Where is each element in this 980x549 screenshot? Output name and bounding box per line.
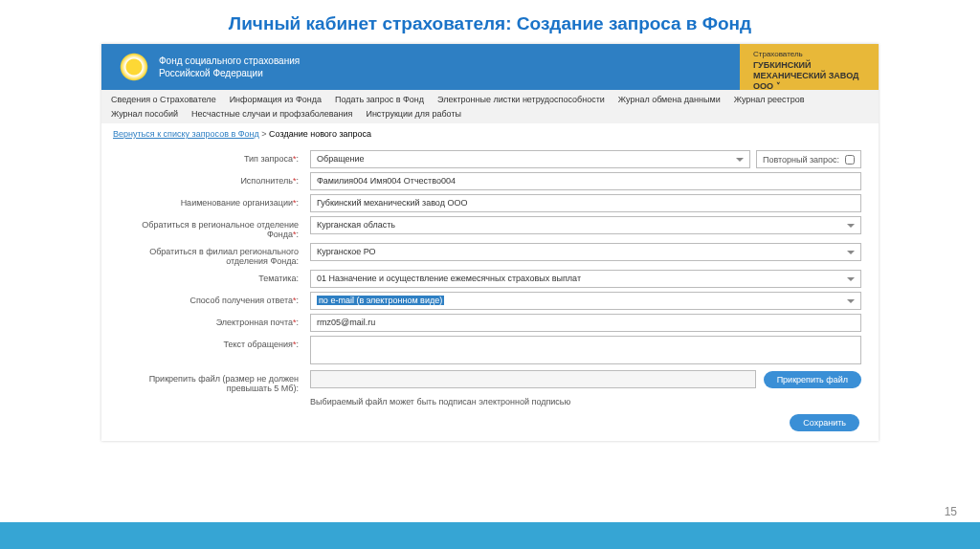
label-repeat: Повторный запрос: [763, 155, 839, 165]
nav-insurer-info[interactable]: Сведения о Страхователе [111, 95, 216, 104]
attach-file-button[interactable]: Прикрепить файл [764, 371, 861, 388]
form-area: Тип запроса*: Обращение Повторный запрос… [101, 144, 879, 441]
input-file-path [310, 370, 756, 388]
label-email: Электронная почта*: [119, 314, 310, 327]
org-line2: Российской Федерации [159, 67, 300, 79]
label-branch: Обратиться в филиал регионального отделе… [119, 243, 310, 266]
checkbox-repeat[interactable] [845, 155, 855, 165]
label-reply: Способ получения ответа*: [119, 292, 310, 305]
nav-submit-request[interactable]: Подать запрос в Фонд [335, 95, 424, 104]
label-region: Обратиться в региональное отделение Фонд… [119, 216, 310, 239]
select-reply-method[interactable]: по e-mail (в электронном виде) [310, 292, 861, 310]
repeat-checkbox-container: Повторный запрос: [756, 150, 861, 168]
header-logo-area: Фонд социального страхования Российской … [101, 44, 740, 90]
fss-logo-icon [119, 52, 149, 82]
slide-title: Личный кабинет страхователя: Создание за… [0, 0, 980, 44]
breadcrumb-sep: > [261, 129, 266, 139]
header-org-title: Фонд социального страхования Российской … [159, 55, 300, 79]
breadcrumb-back-link[interactable]: Вернуться к списку запросов в Фонд [113, 129, 259, 139]
nav-registry-journal[interactable]: Журнал реестров [734, 95, 805, 104]
nav-row-2: Журнал пособий Несчастные случаи и профз… [101, 109, 879, 123]
input-executor[interactable]: Фамилия004 Имя004 Отчество004 [310, 172, 861, 190]
user-role: Страхователь [753, 50, 865, 58]
header-bar: Фонд социального страхования Российской … [101, 44, 879, 90]
app-window: Фонд социального страхования Российской … [101, 44, 879, 441]
nav-exchange-journal[interactable]: Журнал обмена данными [618, 95, 721, 104]
breadcrumb-current: Создание нового запроса [269, 129, 371, 139]
label-executor: Исполнитель*: [119, 172, 310, 186]
textarea-message[interactable] [310, 336, 861, 364]
nav-instructions[interactable]: Инструкции для работы [366, 109, 461, 119]
label-attach: Прикрепить файл (размер не должен превыш… [119, 370, 310, 393]
nav-benefits-journal[interactable]: Журнал пособий [111, 109, 178, 119]
nav-row-1: Сведения о Страхователе Информация из Фо… [101, 90, 879, 109]
label-org: Наименование организации*: [119, 194, 310, 208]
nav-eln[interactable]: Электронные листки нетрудоспособности [437, 95, 605, 104]
input-organization[interactable]: Губкинский механический завод ООО [310, 194, 861, 212]
page-number: 15 [945, 505, 957, 518]
label-topic: Тематика: [119, 270, 310, 283]
label-text: Текст обращения*: [119, 336, 310, 349]
org-line1: Фонд социального страхования [159, 55, 300, 67]
select-topic[interactable]: 01 Назначение и осуществление ежемесячны… [310, 270, 861, 288]
select-request-type[interactable]: Обращение [310, 150, 750, 168]
save-button[interactable]: Сохранить [790, 414, 859, 431]
select-region[interactable]: Курганская область [310, 216, 861, 234]
user-name: ГУБКИНСКИЙ МЕХАНИЧЕСКИЙ ЗАВОД ООО ˅ [753, 60, 865, 91]
breadcrumb: Вернуться к списку запросов в Фонд > Соз… [101, 123, 879, 144]
bottom-bar [0, 522, 980, 549]
attach-hint: Выбираемый файл может быть подписан элек… [310, 397, 861, 406]
user-block[interactable]: Страхователь ГУБКИНСКИЙ МЕХАНИЧЕСКИЙ ЗАВ… [740, 44, 879, 90]
select-branch[interactable]: Курганское РО [310, 243, 861, 261]
nav-fund-info[interactable]: Информация из Фонда [230, 95, 322, 104]
input-email[interactable]: rmz05@mail.ru [310, 314, 861, 332]
nav-accidents[interactable]: Несчастные случаи и профзаболевания [191, 109, 352, 119]
label-type: Тип запроса*: [119, 150, 310, 164]
